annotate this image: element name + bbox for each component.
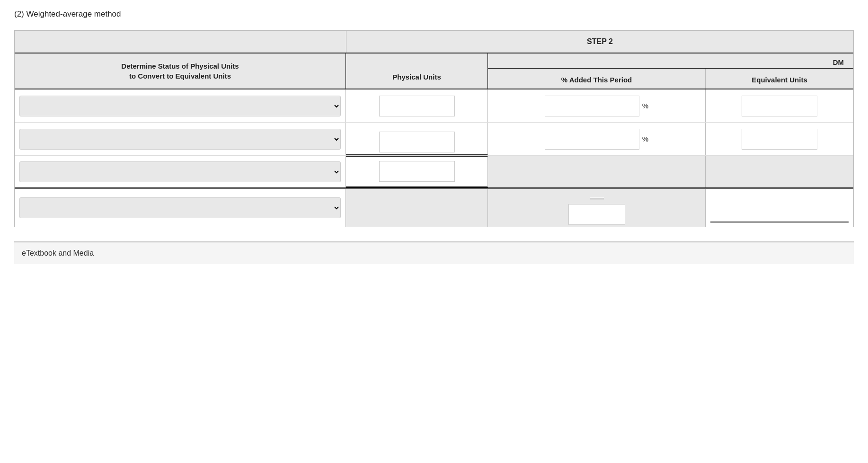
cell-status-1 — [15, 89, 346, 122]
status-select-3[interactable] — [19, 161, 341, 182]
table-row: % — [15, 123, 853, 156]
step-header-left-spacer — [15, 31, 346, 53]
eq-units-input-1[interactable] — [742, 96, 817, 116]
physical-units-input-3[interactable] — [379, 161, 455, 182]
etextbook-label: eTextbook and Media — [22, 249, 94, 257]
physical-units-input-1[interactable] — [379, 96, 455, 116]
cell-pct-2: % — [488, 123, 706, 155]
cell-eq-4 — [706, 189, 853, 227]
status-select-4[interactable] — [19, 197, 341, 218]
column-headers-row: Determine Status of Physical Units to Co… — [15, 53, 853, 89]
col-dm-group: DM % Added This Period Equivalent Units — [488, 53, 853, 89]
page-title: (2) Weighted-average method — [14, 9, 854, 19]
pct-symbol-2: % — [642, 135, 648, 143]
cell-eq-3 — [706, 156, 853, 187]
cell-eq-2 — [706, 123, 853, 155]
col-header-physical-units: Physical Units — [346, 53, 488, 89]
col-header-pct-added: % Added This Period — [488, 69, 706, 89]
status-select-2[interactable] — [19, 129, 341, 150]
col-header-eq-units: Equivalent Units — [706, 69, 853, 89]
cell-pct-4 — [488, 189, 706, 227]
page-wrapper: (2) Weighted-average method STEP 2 Deter… — [0, 0, 868, 463]
data-rows: % % — [15, 89, 853, 227]
cell-status-4 — [15, 189, 346, 227]
main-table: STEP 2 Determine Status of Physical Unit… — [14, 30, 854, 227]
pct-symbol-1: % — [642, 102, 648, 110]
etextbook-bar: eTextbook and Media — [14, 241, 854, 264]
cell-physical-3 — [346, 156, 488, 187]
step2-label: STEP 2 — [346, 31, 853, 53]
table-row — [15, 156, 853, 189]
eq-units-input-2[interactable] — [742, 129, 817, 150]
cell-status-3 — [15, 156, 346, 187]
col-dm-label: DM — [488, 53, 853, 69]
cell-physical-2 — [346, 123, 488, 155]
cell-pct-3 — [488, 156, 706, 187]
cell-eq-1 — [706, 89, 853, 122]
pct-added-input-1[interactable] — [545, 96, 639, 116]
eq-summary-input-4[interactable] — [568, 204, 625, 225]
cell-physical-4 — [346, 189, 488, 227]
table-row: % — [15, 89, 853, 123]
cell-pct-1: % — [488, 89, 706, 122]
table-row — [15, 189, 853, 227]
status-select-1[interactable] — [19, 96, 341, 116]
pct-added-input-2[interactable] — [545, 129, 639, 150]
cell-status-2 — [15, 123, 346, 155]
col-header-status: Determine Status of Physical Units to Co… — [15, 53, 346, 89]
step-header-row: STEP 2 — [15, 31, 853, 53]
physical-units-input-2[interactable] — [379, 132, 455, 152]
col-dm-subheaders: % Added This Period Equivalent Units — [488, 69, 853, 89]
cell-physical-1 — [346, 89, 488, 122]
